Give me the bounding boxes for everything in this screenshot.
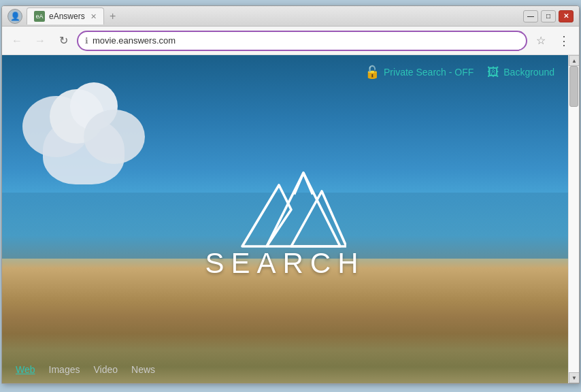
svg-marker-2 — [291, 191, 346, 246]
address-text: movie.eanswers.com — [93, 35, 519, 46]
new-tab-button[interactable]: + — [105, 9, 120, 24]
scroll-thumb[interactable] — [569, 66, 578, 107]
menu-button[interactable]: ⋮ — [554, 31, 574, 50]
titlebar: 👤 eA eAnswers ✕ + — □ ✕ — [2, 6, 579, 27]
scroll-down-button[interactable]: ▼ — [569, 372, 579, 383]
logo-area: SEARCH — [2, 89, 568, 356]
profile-icon[interactable]: 👤 — [7, 9, 22, 24]
close-button[interactable]: ✕ — [559, 10, 574, 22]
mountain-logo — [224, 165, 346, 254]
reload-button[interactable]: ↻ — [54, 31, 73, 50]
tab-images[interactable]: Images — [49, 364, 80, 375]
browser-tab[interactable]: eA eAnswers ✕ — [27, 7, 104, 24]
forward-button[interactable]: → — [31, 31, 50, 50]
image-icon: 🖼 — [487, 65, 499, 80]
search-brand-text: SEARCH — [205, 247, 365, 280]
svg-marker-0 — [242, 185, 291, 246]
navbar: ← → ↻ ℹ movie.eanswers.com ☆ ⋮ — [2, 27, 579, 55]
page-bottombar: Web Images Video News — [2, 356, 568, 383]
browser-window: 👤 eA eAnswers ✕ + — □ ✕ ← → ↻ ℹ movie.ea… — [1, 5, 580, 384]
back-button[interactable]: ← — [7, 31, 27, 50]
window-controls: — □ ✕ — [523, 10, 574, 22]
background-button[interactable]: 🖼 Background — [487, 65, 554, 80]
minimize-button[interactable]: — — [523, 10, 538, 22]
tab-video[interactable]: Video — [93, 364, 118, 375]
page-topbar: 🔓 Private Search - OFF 🖼 Background — [2, 55, 568, 89]
bookmark-button[interactable]: ☆ — [531, 31, 550, 50]
tab-close-button[interactable]: ✕ — [90, 12, 97, 21]
lock-icon: 🔓 — [365, 65, 380, 80]
background-label: Background — [503, 67, 554, 78]
maximize-button[interactable]: □ — [541, 10, 556, 22]
address-bar[interactable]: ℹ movie.eanswers.com — [77, 31, 527, 51]
tab-title: eAnswers — [49, 12, 85, 21]
webpage: 🔓 Private Search - OFF 🖼 Background SE — [2, 55, 579, 383]
private-search-toggle[interactable]: 🔓 Private Search - OFF — [365, 65, 474, 80]
private-search-label: Private Search - OFF — [384, 67, 474, 78]
tab-favicon: eA — [34, 11, 45, 22]
scroll-up-button[interactable]: ▲ — [569, 55, 579, 66]
tab-web[interactable]: Web — [16, 364, 35, 375]
info-icon: ℹ — [85, 36, 88, 46]
tab-news[interactable]: News — [131, 364, 155, 375]
scrollbar: ▲ ▼ — [568, 55, 579, 383]
scroll-track[interactable] — [569, 66, 579, 372]
